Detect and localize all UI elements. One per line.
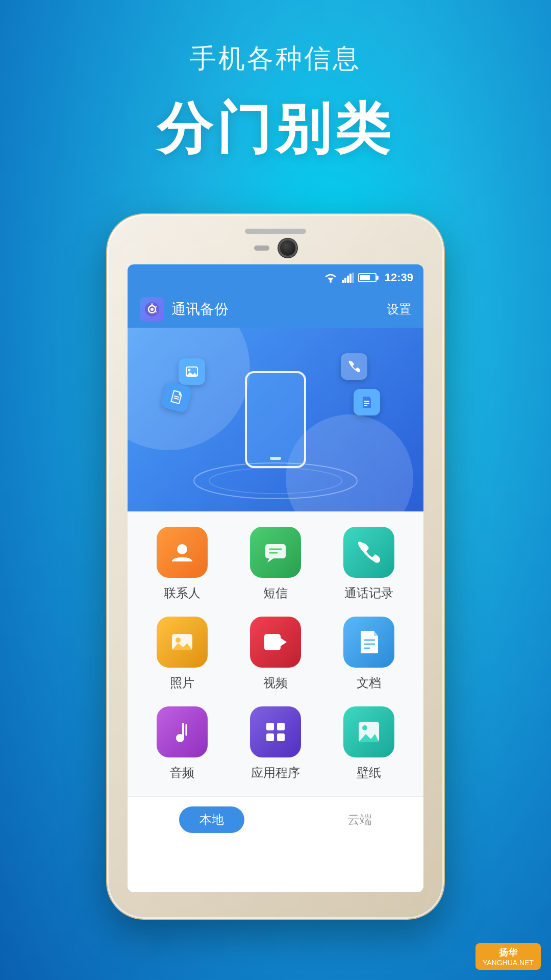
wifi-icon	[323, 273, 338, 283]
bottom-tabs[interactable]: 本地 云端	[128, 796, 423, 842]
tab-local-label[interactable]: 本地	[179, 806, 244, 833]
category-item-contacts[interactable]: 联系人	[138, 527, 226, 601]
phone-camera	[279, 239, 297, 257]
tab-cloud-label[interactable]: 云端	[347, 812, 372, 828]
top-text-section: 手机各种信息 分门别类	[0, 41, 551, 166]
phone-outer-shell: 12:39 通讯备份	[107, 214, 444, 919]
app-logo-icon	[143, 300, 161, 318]
svg-rect-24	[265, 544, 286, 558]
doc-icon	[360, 395, 374, 409]
photos-icon	[157, 617, 208, 668]
photos-label: 照片	[170, 675, 194, 691]
top-title: 分门别类	[0, 92, 551, 166]
svg-rect-37	[182, 723, 184, 738]
file-icon	[168, 388, 185, 406]
hero-phone-body	[245, 371, 306, 468]
svg-point-12	[156, 311, 157, 313]
call-icon	[347, 359, 361, 374]
status-icons	[323, 273, 377, 283]
svg-rect-3	[344, 278, 346, 283]
tab-cloud[interactable]: 云端	[347, 812, 372, 828]
svg-rect-40	[277, 723, 285, 730]
calls-label: 通话记录	[344, 585, 393, 601]
tab-local[interactable]: 本地	[179, 806, 244, 833]
phone-screen: 12:39 通讯备份	[128, 264, 423, 892]
category-item-audio[interactable]: 音频	[138, 706, 226, 781]
svg-point-11	[156, 306, 157, 308]
signal-icon	[342, 273, 354, 283]
app-name-label: 通讯备份	[171, 300, 229, 319]
svg-point-29	[176, 638, 181, 643]
category-grid: 联系人短信通话记录照片视频文档音频应用程序壁纸	[128, 511, 423, 796]
svg-marker-32	[281, 638, 287, 646]
docs-label: 文档	[357, 675, 381, 691]
watermark-top: 扬华	[499, 946, 517, 959]
svg-marker-15	[186, 372, 197, 376]
hero-banner	[128, 328, 423, 511]
svg-point-14	[188, 369, 191, 372]
svg-rect-4	[347, 276, 349, 283]
wallpaper-label: 壁纸	[357, 765, 381, 781]
contacts-label: 联系人	[164, 585, 201, 601]
svg-line-16	[174, 396, 179, 398]
hero-phone-illustration	[245, 371, 306, 468]
battery-fill	[360, 275, 370, 280]
svg-rect-42	[277, 733, 285, 741]
svg-rect-6	[352, 273, 354, 283]
battery-icon	[358, 273, 377, 282]
app-header-left: 通讯备份	[140, 297, 229, 322]
hero-float-call-icon	[341, 353, 367, 380]
svg-point-10	[151, 303, 153, 305]
phone-mockup: 12:39 通讯备份	[107, 214, 444, 919]
phone-sensor	[254, 246, 269, 251]
videos-label: 视频	[263, 675, 288, 691]
svg-point-23	[177, 544, 187, 554]
category-item-photos[interactable]: 照片	[138, 617, 226, 691]
watermark: 扬华 YANGHUA.NET	[475, 943, 541, 970]
wallpaper-icon	[343, 706, 394, 757]
sms-icon	[250, 527, 301, 578]
svg-point-1	[330, 281, 332, 283]
category-item-wallpaper[interactable]: 壁纸	[325, 706, 413, 781]
hero-float-doc-icon	[354, 389, 380, 415]
svg-point-44	[362, 725, 367, 730]
photo-icon	[185, 364, 199, 379]
svg-point-22	[209, 468, 342, 494]
svg-line-17	[173, 398, 179, 400]
audio-label: 音频	[170, 765, 194, 781]
category-item-calls[interactable]: 通话记录	[325, 527, 413, 601]
status-time: 12:39	[385, 271, 413, 284]
category-item-apps[interactable]: 应用程序	[231, 706, 319, 781]
svg-marker-25	[267, 558, 273, 562]
svg-point-9	[151, 308, 154, 311]
phone-top-bar	[107, 214, 444, 257]
hero-swirl-icon	[189, 460, 362, 501]
hero-phone-home-button	[270, 457, 281, 460]
phone-speaker	[245, 229, 306, 234]
app-header: 通讯备份 设置	[128, 291, 423, 328]
svg-rect-31	[264, 634, 281, 650]
category-item-docs[interactable]: 文档	[325, 617, 413, 691]
svg-rect-2	[342, 280, 344, 283]
category-item-sms[interactable]: 短信	[231, 527, 319, 601]
audio-icon	[157, 706, 208, 757]
svg-rect-39	[266, 723, 274, 730]
watermark-bottom: YANGHUA.NET	[483, 959, 534, 967]
apps-icon	[250, 706, 301, 757]
svg-rect-5	[349, 274, 352, 283]
hero-float-photo-icon	[179, 358, 205, 385]
settings-button[interactable]: 设置	[387, 301, 411, 317]
sms-label: 短信	[263, 585, 288, 601]
videos-icon	[250, 617, 301, 668]
svg-rect-41	[266, 733, 274, 741]
top-subtitle: 手机各种信息	[0, 41, 551, 77]
calls-icon	[343, 527, 394, 578]
status-bar: 12:39	[128, 264, 423, 291]
category-item-videos[interactable]: 视频	[231, 617, 319, 691]
apps-label: 应用程序	[251, 765, 300, 781]
contacts-icon	[157, 527, 208, 578]
app-icon	[140, 297, 164, 322]
phone-camera-row	[254, 239, 297, 257]
docs-icon	[343, 617, 394, 668]
